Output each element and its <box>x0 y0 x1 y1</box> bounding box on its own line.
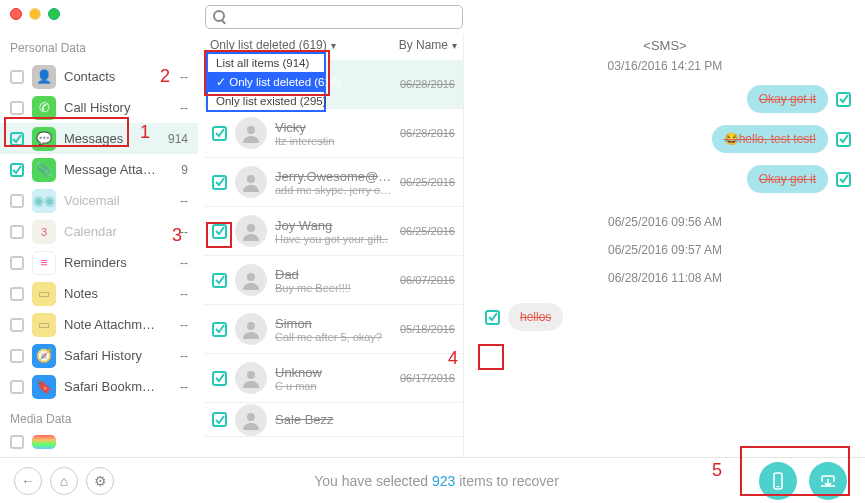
checkbox-icon[interactable] <box>836 92 851 107</box>
footer-count: 923 <box>432 473 455 489</box>
checkbox-icon[interactable] <box>212 322 227 337</box>
checkbox-icon[interactable] <box>212 371 227 386</box>
message-detail: <SMS> 03/16/2016 14:21 PM Okay got it 😂h… <box>465 34 865 457</box>
voicemail-icon: ◉◉ <box>32 189 56 213</box>
sidebar: Personal Data 👤 Contacts -- ✆ Call Histo… <box>0 33 198 457</box>
dropdown-option[interactable]: Only list deleted (619) <box>208 72 324 92</box>
filter-dropdown[interactable]: Only list deleted (619) ▾ <box>210 38 336 52</box>
checkbox-icon[interactable] <box>212 224 227 239</box>
footer-actions <box>759 462 847 500</box>
recover-to-computer-button[interactable] <box>809 462 847 500</box>
checkbox-icon[interactable] <box>10 194 24 208</box>
thread-preview: Have you got your gift.. <box>275 233 392 245</box>
checkbox-icon[interactable] <box>10 256 24 270</box>
message-row: 😂hello, test test! <box>479 125 851 153</box>
dropdown-option[interactable]: Only list existed (295) <box>208 92 324 110</box>
thread-row[interactable]: SimonCall me after 5, okay? 05/18/2016 <box>204 305 463 354</box>
thread-date: 06/07/2016 <box>400 274 455 286</box>
message-bubble[interactable]: Okay got it <box>747 85 828 113</box>
checkbox-icon[interactable] <box>10 163 24 177</box>
checkbox-icon[interactable] <box>212 126 227 141</box>
checkbox-icon[interactable] <box>10 318 24 332</box>
search-wrap <box>205 5 463 29</box>
sort-dropdown[interactable]: By Name ▾ <box>399 38 457 52</box>
minimize-icon[interactable] <box>29 8 41 20</box>
svg-point-1 <box>247 126 255 134</box>
sidebar-item-label: Contacts <box>64 69 160 84</box>
thread-name: Unknow <box>275 365 392 380</box>
sidebar-item-messages[interactable]: 💬 Messages 914 <box>0 123 198 154</box>
checkbox-icon[interactable] <box>212 273 227 288</box>
sidebar-item-message-attach[interactable]: 📎 Message Attac… 9 <box>0 154 198 185</box>
checkbox-icon[interactable] <box>10 435 24 449</box>
footer-suffix: items to recover <box>455 473 558 489</box>
checkbox-icon[interactable] <box>212 175 227 190</box>
checkbox-icon[interactable] <box>10 132 24 146</box>
message-bubble[interactable]: hellos <box>508 303 563 331</box>
thread-row[interactable]: UnknowC u man 06/17/2016 <box>204 354 463 403</box>
message-row: hellos <box>485 303 851 331</box>
message-bubble[interactable]: Okay got it <box>747 165 828 193</box>
thread-row[interactable]: Joy WangHave you got your gift.. 06/25/2… <box>204 207 463 256</box>
sidebar-item-count: -- <box>168 256 188 270</box>
sidebar-item-count: -- <box>168 194 188 208</box>
thread-row[interactable]: Jerry.Owesome@aol.comadd me skype. jerry… <box>204 158 463 207</box>
zoom-icon[interactable] <box>48 8 60 20</box>
dropdown-option[interactable]: List all items (914) <box>208 54 324 72</box>
sidebar-item-safari-history[interactable]: 🧭 Safari History -- <box>0 340 198 371</box>
sidebar-item-call-history[interactable]: ✆ Call History -- <box>0 92 198 123</box>
settings-button[interactable]: ⚙ <box>86 467 114 495</box>
annotation-number: 2 <box>160 66 170 87</box>
thread-preview: add me skype. jerry ow… <box>275 184 392 196</box>
home-button[interactable]: ⌂ <box>50 467 78 495</box>
thread-name: Jerry.Owesome@aol.com <box>275 169 392 184</box>
svg-point-3 <box>247 224 255 232</box>
thread-name: Joy Wang <box>275 218 392 233</box>
annotation-number: 5 <box>712 460 722 481</box>
avatar <box>235 404 267 436</box>
thread-row[interactable]: VickyItz interestin 06/28/2016 <box>204 109 463 158</box>
checkbox-icon[interactable] <box>10 225 24 239</box>
checkbox-icon[interactable] <box>10 101 24 115</box>
avatar <box>235 264 267 296</box>
annotation-number: 1 <box>140 122 150 143</box>
checkbox-icon[interactable] <box>10 70 24 84</box>
sidebar-item-media-cut[interactable] <box>0 432 198 452</box>
thread-date: 06/25/2016 <box>400 176 455 188</box>
back-button[interactable]: ← <box>14 467 42 495</box>
checkbox-icon[interactable] <box>836 132 851 147</box>
recover-to-device-button[interactable] <box>759 462 797 500</box>
sidebar-item-reminders[interactable]: ≡ Reminders -- <box>0 247 198 278</box>
thread-date: 06/28/2016 <box>400 127 455 139</box>
avatar <box>235 313 267 345</box>
contacts-icon: 👤 <box>32 65 56 89</box>
sidebar-item-count: -- <box>168 70 188 84</box>
sidebar-item-label: Notes <box>64 286 160 301</box>
checkbox-icon[interactable] <box>485 310 500 325</box>
checkbox-icon[interactable] <box>10 349 24 363</box>
detail-time: 06/25/2016 09:56 AM <box>479 215 851 229</box>
checkbox-icon[interactable] <box>836 172 851 187</box>
footer-prefix: You have selected <box>314 473 432 489</box>
sidebar-item-voicemail[interactable]: ◉◉ Voicemail -- <box>0 185 198 216</box>
sidebar-item-safari-bookmarks[interactable]: 🔖 Safari Bookmarks -- <box>0 371 198 402</box>
thread-name: Sale Bezz <box>275 412 455 427</box>
message-bubble[interactable]: 😂hello, test test! <box>712 125 828 153</box>
svg-point-5 <box>247 322 255 330</box>
thread-preview: Itz interestin <box>275 135 392 147</box>
safari-history-icon: 🧭 <box>32 344 56 368</box>
checkbox-icon[interactable] <box>10 380 24 394</box>
avatar <box>235 362 267 394</box>
svg-rect-9 <box>777 486 780 487</box>
thread-row[interactable]: DadBuy me Beer!!!! 06/07/2016 <box>204 256 463 305</box>
sidebar-item-note-attachment[interactable]: ▭ Note Attachment -- <box>0 309 198 340</box>
thread-row[interactable]: Sale Bezz <box>204 403 463 437</box>
checkbox-icon[interactable] <box>212 412 227 427</box>
messages-icon: 💬 <box>32 127 56 151</box>
sidebar-item-notes[interactable]: ▭ Notes -- <box>0 278 198 309</box>
search-input[interactable] <box>205 5 463 29</box>
close-icon[interactable] <box>10 8 22 20</box>
sidebar-item-calendar[interactable]: 3 Calendar -- <box>0 216 198 247</box>
sidebar-item-count: -- <box>168 101 188 115</box>
checkbox-icon[interactable] <box>10 287 24 301</box>
